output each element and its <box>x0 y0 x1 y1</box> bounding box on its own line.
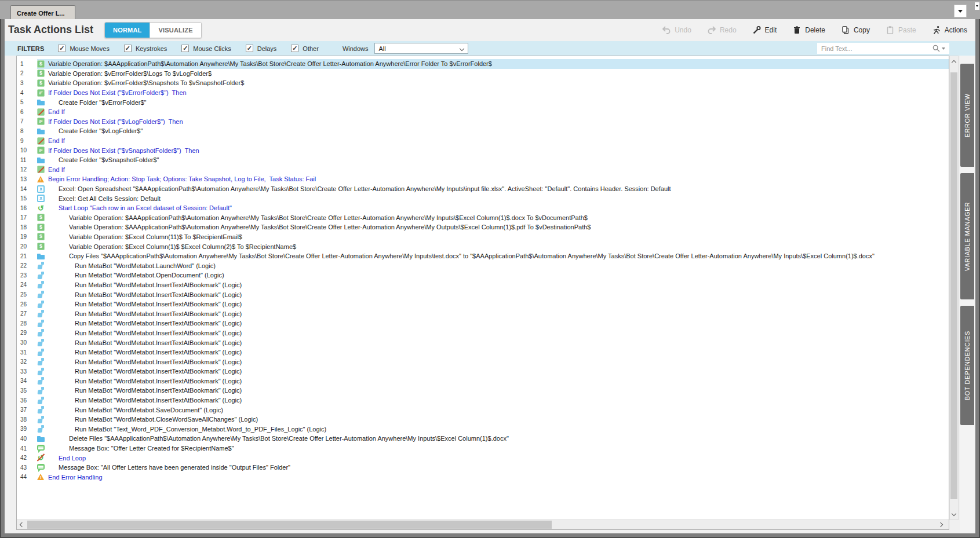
scroll-down-button[interactable] <box>950 508 958 518</box>
metabot-icon <box>37 397 45 404</box>
task-row[interactable]: 40Delete Files "$AAApplicationPath$\Auto… <box>17 434 949 444</box>
window-scroll-stub[interactable] <box>975 2 979 10</box>
scroll-right-button[interactable] <box>935 520 945 529</box>
task-row[interactable]: 38Run MetaBot "WordMetabot.CloseWordSave… <box>17 415 949 424</box>
other-checkbox[interactable]: ✓ <box>291 45 298 52</box>
row-number: 32 <box>17 358 37 365</box>
row-number: 42 <box>17 455 37 461</box>
task-row[interactable]: 7If Folder Does Not Exist ("$vLogFolder$… <box>17 117 949 127</box>
windows-dropdown-value: All <box>379 45 386 52</box>
task-row[interactable]: 3Variable Operation: $vErrorFolder$\Snap… <box>17 78 949 88</box>
task-row[interactable]: 16Start Loop "Each row in an Excel datas… <box>17 203 949 213</box>
task-row[interactable]: 20Variable Operation: $Excel Column(1)$ … <box>17 241 949 251</box>
task-row[interactable]: 9End If <box>17 136 949 146</box>
task-row[interactable]: 32Run MetaBot "WordMetabot.InsertTextAtB… <box>17 357 949 367</box>
delete-button[interactable]: Delete <box>792 25 825 35</box>
task-row[interactable]: 33Run MetaBot "WordMetabot.InsertTextAtB… <box>17 367 949 376</box>
mouse-clicks-checkbox[interactable]: ✓ <box>181 45 189 52</box>
copy-button[interactable]: Copy <box>841 25 870 35</box>
task-row[interactable]: 36Run MetaBot "WordMetabot.InsertTextAtB… <box>17 396 949 405</box>
task-row[interactable]: 37Run MetaBot "WordMetabot.SaveDocument"… <box>17 405 949 415</box>
variable-icon <box>37 60 45 68</box>
row-number: 12 <box>17 166 37 173</box>
row-number: 19 <box>17 233 37 240</box>
task-row[interactable]: 15Excel: Get All Cells Session: Default <box>17 193 949 203</box>
task-row[interactable]: 19Variable Operation: $Excel Column(11)$… <box>17 232 949 242</box>
vertical-scrollbar[interactable] <box>949 56 959 520</box>
tab-overflow-button[interactable] <box>954 5 967 17</box>
edit-button[interactable]: Edit <box>752 25 777 35</box>
task-row[interactable]: 6End If <box>17 107 949 117</box>
horizontal-scroll-thumb[interactable] <box>27 521 552 529</box>
task-row[interactable]: 21Copy Files "$AAApplicationPath$\Automa… <box>17 251 949 261</box>
search-icon[interactable] <box>932 45 940 52</box>
task-row[interactable]: 42End Loop <box>17 453 949 463</box>
scroll-up-button[interactable] <box>950 57 958 67</box>
task-row[interactable]: 25Run MetaBot "WordMetabot.InsertTextAtB… <box>17 290 949 299</box>
filter-delays: ✓ Delays <box>246 45 277 52</box>
actions-button[interactable]: Actions <box>932 25 967 35</box>
task-row[interactable]: 34Run MetaBot "WordMetabot.InsertTextAtB… <box>17 376 949 386</box>
task-row[interactable]: 14Excel: Open Spreadsheet "$AAApplicatio… <box>17 184 949 194</box>
task-row[interactable]: 29Run MetaBot "WordMetabot.InsertTextAtB… <box>17 328 949 338</box>
task-row[interactable]: 4If Folder Does Not Exist ("$vErrorFolde… <box>17 88 949 98</box>
task-row[interactable]: 26Run MetaBot "WordMetabot.InsertTextAtB… <box>17 299 949 309</box>
task-row[interactable]: 24Run MetaBot "WordMetabot.InsertTextAtB… <box>17 280 949 290</box>
task-row[interactable]: 27Run MetaBot "WordMetabot.InsertTextAtB… <box>17 309 949 319</box>
vertical-scroll-thumb[interactable] <box>950 72 957 499</box>
task-row[interactable]: 31Run MetaBot "WordMetabot.InsertTextAtB… <box>17 347 949 357</box>
filter-mouse-moves: ✓ Mouse Moves <box>58 45 109 52</box>
mouse-moves-checkbox[interactable]: ✓ <box>58 45 65 52</box>
filter-keystrokes: ✓ Keystrokes <box>124 45 167 52</box>
task-row[interactable]: 11Create Folder "$vSnapshotFolder$" <box>17 155 949 165</box>
row-number: 17 <box>17 214 37 221</box>
tab-variable-manager[interactable]: VARIABLE MANAGER <box>960 173 974 299</box>
metabot-icon <box>37 272 45 279</box>
metabot-icon <box>37 358 45 365</box>
task-row[interactable]: 30Run MetaBot "WordMetabot.InsertTextAtB… <box>17 338 949 347</box>
windows-dropdown[interactable]: All <box>374 43 468 54</box>
metabot-icon <box>37 291 45 298</box>
visualize-mode-button[interactable]: VISUALIZE <box>150 23 201 38</box>
search-options-icon[interactable] <box>942 47 945 50</box>
task-row[interactable]: 23Run MetaBot "WordMetabot.OpenDocument"… <box>17 270 949 280</box>
task-row[interactable]: 12End If <box>17 165 949 175</box>
document-tab[interactable]: Create Offer L... <box>10 5 75 20</box>
undo-icon <box>662 25 671 35</box>
task-row[interactable]: 35Run MetaBot "WordMetabot.InsertTextAtB… <box>17 386 949 396</box>
task-row[interactable]: 18Variable Operation: $AAApplicationPath… <box>17 222 949 232</box>
task-row[interactable]: 10If Folder Does Not Exist ("$vSnapshotF… <box>17 145 949 155</box>
message-icon <box>37 445 45 451</box>
row-number: 21 <box>17 253 37 259</box>
row-number: 9 <box>17 138 37 144</box>
task-row[interactable]: 13Begin Error Handling; Action: Stop Tas… <box>17 174 949 184</box>
task-row[interactable]: 28Run MetaBot "WordMetabot.InsertTextAtB… <box>17 319 949 328</box>
chevron-left-icon <box>19 522 24 527</box>
task-row[interactable]: 17Variable Operation: $AAApplicationPath… <box>17 213 949 223</box>
keystrokes-checkbox[interactable]: ✓ <box>124 45 132 52</box>
task-row[interactable]: 22Run MetaBot "WordMetabot.LaunchWord" (… <box>17 261 949 270</box>
normal-mode-button[interactable]: NORMAL <box>105 23 150 38</box>
find-text-input[interactable] <box>821 45 932 52</box>
tab-bot-dependencies[interactable]: BOT DEPENDENCIES <box>960 306 974 425</box>
task-text: Message Box: "Offer Letter Created for $… <box>69 445 234 452</box>
warning-icon <box>37 175 45 183</box>
task-row[interactable]: 43Message Box: "All Offer Letters have b… <box>17 463 949 473</box>
horizontal-scrollbar[interactable] <box>17 519 949 529</box>
running-man-icon <box>932 25 941 35</box>
task-text: Copy Files "$AAApplicationPath$\Automati… <box>69 252 875 259</box>
task-row[interactable]: 1Variable Operation: $AAApplicationPath$… <box>17 59 949 69</box>
delays-checkbox[interactable]: ✓ <box>246 45 253 52</box>
task-row[interactable]: 44End Error Handling <box>17 473 949 482</box>
tab-error-view[interactable]: ERROR VIEW <box>960 64 974 167</box>
toolbar: Undo Redo Edit Delete Copy <box>662 19 967 41</box>
task-row[interactable]: 5Create Folder "$vErrorFolder$" <box>17 97 949 107</box>
task-row[interactable]: 2Variable Operation: $vErrorFolder$\Logs… <box>17 69 949 79</box>
task-row[interactable]: 39Run MetaBot "Text_Word_PDF_Conversion_… <box>17 424 949 434</box>
undo-button: Undo <box>662 25 691 35</box>
scroll-left-button[interactable] <box>17 520 27 529</box>
redo-button: Redo <box>707 25 737 35</box>
row-number: 25 <box>17 291 37 298</box>
task-row[interactable]: 8Create Folder "$vLogFolder$" <box>17 126 949 136</box>
task-row[interactable]: 41Message Box: "Offer Letter Created for… <box>17 444 949 453</box>
